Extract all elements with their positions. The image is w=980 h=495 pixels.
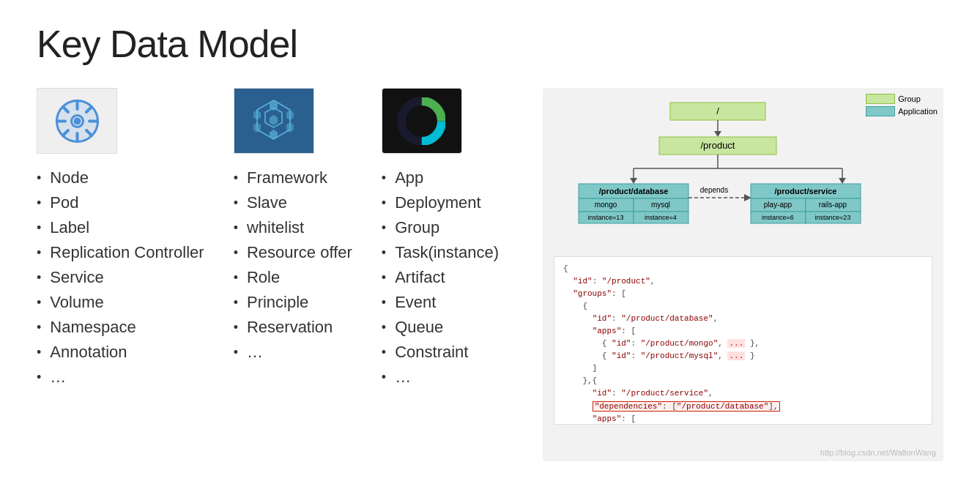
slide: Key Data Model [0,0,980,495]
svg-text:play-app: play-app [763,201,792,209]
list-item: •Role [234,268,352,287]
list-item: •Framework [234,168,352,187]
list-item: •Service [37,268,204,287]
list-item: •Label [37,218,204,237]
list-item: •Slave [234,193,352,212]
svg-text:depends: depends [699,186,727,194]
list-item: •Replication Controller [37,243,204,262]
list-item: •… [234,343,352,362]
list-item: •Event [382,293,499,312]
svg-text:mysql: mysql [650,201,669,209]
kubernetes-list: •Node •Pod •Label •Replication Controlle… [37,168,204,392]
json-code-block: { "id": "/product", "groups": [ { "id": … [554,256,932,425]
list-item: •Node [37,168,204,187]
diagram-panel: Group Application / /product [543,88,943,461]
list-item: •App [382,168,499,187]
list-item: •Group [382,218,499,237]
list-item: •Pod [37,193,204,212]
list-item: •Principle [234,293,352,312]
svg-marker-16 [286,110,294,120]
helm-icon [53,97,101,145]
list-item: •Namespace [37,318,204,337]
list-item: •Resource offer [234,243,352,262]
svg-text:instance=4: instance=4 [645,214,677,221]
list-item: •whitelist [234,218,352,237]
svg-marker-26 [714,131,721,137]
list-item: •Queue [382,318,499,337]
list-item: •Task(instance) [382,243,499,262]
mesos-list: •Framework •Slave •whitelist •Resource o… [234,168,352,368]
list-item: •Artifact [382,268,499,287]
watermark: http://blog.csdn.net/WaltonWang [820,448,936,457]
svg-point-11 [73,117,81,124]
svg-text:instance=23: instance=23 [814,214,850,221]
mesos-column: •Framework •Slave •whitelist •Resource o… [234,88,352,368]
group-box [866,94,895,104]
kubernetes-column: •Node •Pod •Label •Replication Controlle… [37,88,204,392]
svg-text:/product/database: /product/database [598,187,668,196]
svg-text:mongo: mongo [594,201,617,209]
legend-group: Group [866,94,938,104]
svg-marker-34 [839,178,846,184]
page-title: Key Data Model [37,22,943,66]
svg-text:/product/service: /product/service [774,187,836,196]
legend-group-label: Group [898,94,921,103]
legend-app: Application [866,106,938,116]
marathon-icon [398,97,445,145]
marathon-column: •App •Deployment •Group •Task(instance) … [382,88,499,392]
list-item: •Constraint [382,343,499,362]
app-box [866,106,895,116]
svg-text:instance=13: instance=13 [587,214,623,221]
tree-diagram: / /product /product/database [557,99,930,253]
list-item: •Annotation [37,343,204,362]
svg-point-22 [413,112,431,130]
svg-marker-32 [630,178,637,184]
svg-marker-18 [253,110,261,120]
list-item: •Volume [37,293,204,312]
svg-text:rails-app: rails-app [818,201,847,209]
marathon-logo [382,88,462,154]
list-item: •… [37,368,204,387]
svg-marker-20 [270,130,278,140]
list-item: •… [382,368,499,387]
legend-app-label: Application [898,107,938,116]
list-item: •Reservation [234,318,352,337]
kubernetes-logo [37,88,117,154]
marathon-list: •App •Deployment •Group •Task(instance) … [382,168,499,392]
mesos-logo [234,88,314,154]
svg-marker-14 [270,115,278,125]
svg-text:instance=6: instance=6 [762,214,794,221]
mesos-icon [250,97,297,145]
svg-text:/product: /product [700,140,735,151]
content-area: •Node •Pod •Label •Replication Controlle… [37,88,943,461]
diagram-legend: Group Application [866,94,938,116]
svg-text:/: / [716,105,719,116]
list-item: •Deployment [382,193,499,212]
